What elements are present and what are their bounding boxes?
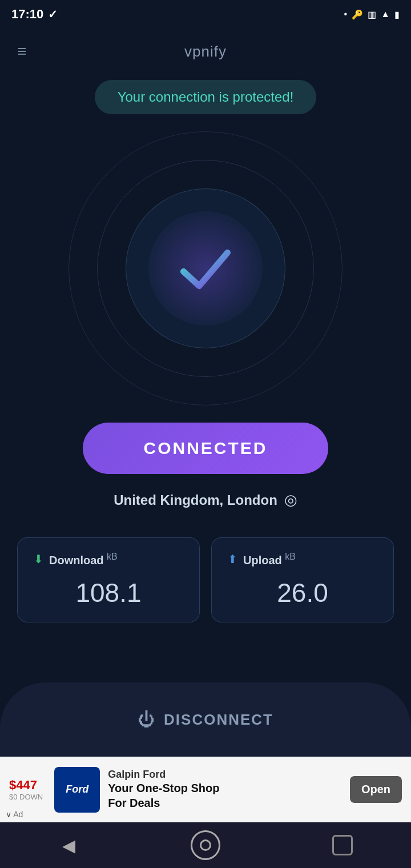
disconnect-button[interactable]: ⏻ DISCONNECT — [138, 710, 273, 729]
ad-price: $447 — [9, 778, 37, 793]
ad-banner: $447 $0 DOWN Ford Galpin Ford Your One-S… — [0, 757, 411, 822]
download-arrow-icon: ⬇ — [34, 552, 43, 566]
status-bar: 17:10 ✓ • 🔑 ▥ ▲ ▮ — [0, 0, 411, 29]
download-label: Download kB — [49, 552, 118, 567]
ad-open-button[interactable]: Open — [350, 776, 402, 803]
location-text: United Kingdom, London — [114, 492, 277, 508]
checkmark-icon: ✓ — [48, 7, 58, 21]
ad-title: Galpin Ford — [108, 769, 342, 781]
recents-square-icon — [332, 835, 353, 855]
stats-row: ⬇ Download kB 108.1 ⬆ Upload kB 26.0 — [17, 537, 394, 622]
bottom-nav: ◀ — [0, 822, 411, 868]
app-title: vpnify — [184, 43, 227, 61]
protection-status-text: Your connection is protected! — [118, 89, 294, 105]
download-value: 108.1 — [34, 577, 183, 608]
upload-value: 26.0 — [228, 577, 377, 608]
upload-card: ⬆ Upload kB 26.0 — [211, 537, 394, 622]
ford-logo-text: Ford — [66, 783, 88, 795]
key-icon: 🔑 — [352, 9, 363, 20]
nav-home-button[interactable] — [183, 828, 228, 862]
bottom-curve: ⏻ DISCONNECT — [0, 682, 411, 757]
status-icons: • 🔑 ▥ ▲ ▮ — [344, 9, 400, 20]
ad-text-area: Galpin Ford Your One-Stop ShopFor Deals — [108, 769, 342, 810]
vibrate-icon: ▥ — [368, 9, 376, 20]
battery-icon: ▮ — [394, 9, 400, 20]
wifi-icon: ▲ — [381, 9, 390, 19]
checkmark-circle — [148, 211, 263, 326]
nav-back-button[interactable]: ◀ — [46, 828, 91, 862]
home-circle-icon — [191, 830, 220, 860]
app-header: ≡ vpnify — [0, 29, 411, 74]
ad-subtitle: Your One-Stop ShopFor Deals — [108, 781, 342, 810]
checkmark-svg — [174, 237, 237, 300]
back-icon: ◀ — [62, 835, 75, 855]
hamburger-menu-icon[interactable]: ≡ — [17, 43, 26, 59]
download-card: ⬇ Download kB 108.1 — [17, 537, 200, 622]
ad-down-text: $0 DOWN — [9, 793, 43, 801]
download-header: ⬇ Download kB — [34, 552, 183, 567]
bottom-area: ⏻ DISCONNECT — [0, 682, 411, 757]
radar-container — [68, 131, 342, 405]
target-icon[interactable]: ◎ — [284, 491, 297, 509]
location-row: United Kingdom, London ◎ — [114, 491, 297, 509]
power-icon: ⏻ — [138, 710, 155, 729]
main-content: Your connection is protected! CONNECTED … — [0, 74, 411, 682]
connected-button[interactable]: CONNECTED — [83, 423, 328, 474]
upload-header: ⬆ Upload kB — [228, 552, 377, 567]
ad-logo: Ford — [54, 767, 100, 813]
home-inner-circle — [200, 839, 211, 851]
upload-label: Upload kB — [243, 552, 296, 567]
upload-arrow-icon: ⬆ — [228, 552, 237, 566]
nav-recents-button[interactable] — [320, 828, 365, 862]
time-display: 17:10 — [11, 7, 43, 22]
dot-icon: • — [344, 9, 348, 19]
status-time: 17:10 ✓ — [11, 7, 58, 22]
connection-badge: Your connection is protected! — [95, 80, 317, 114]
ad-label: ∨ Ad — [6, 810, 23, 819]
disconnect-label: DISCONNECT — [164, 711, 273, 729]
